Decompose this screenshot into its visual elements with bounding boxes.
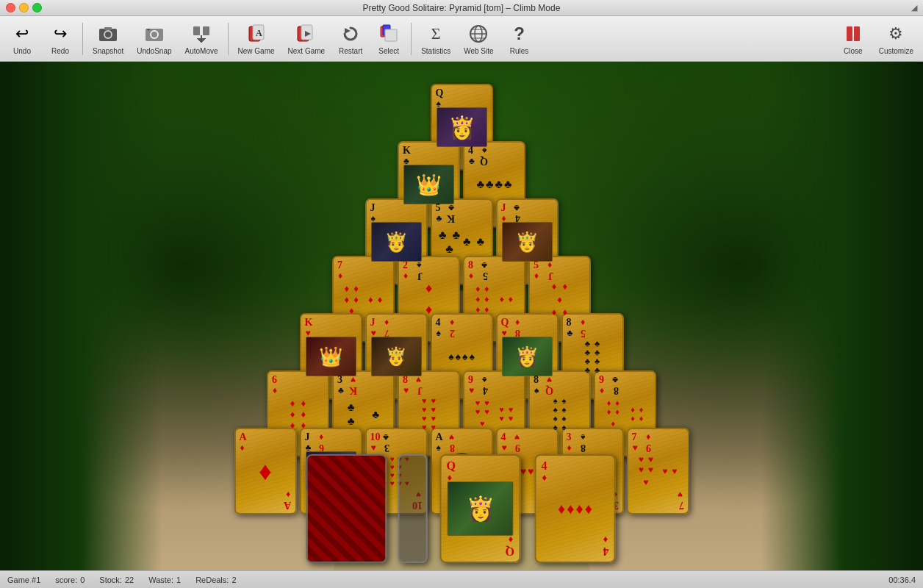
website-button[interactable]: Web Site <box>458 19 499 58</box>
redo-label: Redo <box>51 47 69 55</box>
nextgame-label: Next Game <box>288 47 326 55</box>
select-label: Select <box>378 47 399 55</box>
svg-rect-2 <box>104 27 112 30</box>
toolbar-separator-1 <box>82 23 83 55</box>
score-label: score: <box>55 576 77 584</box>
restart-label: Restart <box>339 47 362 55</box>
window-title: Pretty Good Solitaire: Pyramid [tom] – C… <box>363 3 561 13</box>
statistics-label: Statistics <box>421 47 450 55</box>
undo-icon: ↩ <box>10 22 34 46</box>
rules-button[interactable]: ? Rules <box>501 19 538 58</box>
website-icon <box>467 22 490 46</box>
close-icon <box>841 22 865 46</box>
newgame-icon: A <box>245 22 268 46</box>
minimize-window-button[interactable] <box>19 3 29 12</box>
snapshot-icon <box>96 22 120 46</box>
svg-rect-22 <box>847 26 852 41</box>
titlebar: Pretty Good Solitaire: Pyramid [tom] – C… <box>0 0 923 16</box>
automove-icon <box>190 22 213 46</box>
toolbar-separator-2 <box>228 23 229 55</box>
undosnap-icon <box>143 22 166 46</box>
stock-label: Stock: <box>99 576 122 584</box>
waste-value: 1 <box>176 576 181 584</box>
undosnap-button[interactable]: UndoSnap <box>131 19 177 58</box>
card-A-diamonds[interactable]: A♦ A♦ ♦ <box>234 428 297 514</box>
redeals-display: ReDeals: 2 <box>195 576 236 584</box>
rules-label: Rules <box>510 47 529 55</box>
svg-marker-13 <box>345 28 351 34</box>
newgame-label: New Game <box>238 47 275 55</box>
stock-display: Stock: 22 <box>99 576 134 584</box>
game-label: Game #1 <box>7 576 40 584</box>
stats-icon: Σ <box>424 22 448 46</box>
game-number: Game #1 <box>7 576 40 584</box>
statusbar: Game #1 score: 0 Stock: 22 Waste: 1 ReDe… <box>0 570 923 588</box>
game-area: Q♠ Q♠ 👸 K♣ K♣ 👑 4♣ 4♣ <box>0 62 923 570</box>
next-game-button[interactable]: Next Game <box>282 19 331 58</box>
snapshot-label: Snapshot <box>93 47 123 55</box>
left-trees <box>0 62 162 570</box>
undosnap-label: UndoSnap <box>137 47 171 55</box>
deck-area: Q ♦ Q ♦ 👸 4 ♦ 4 ♦ ♦♦ ♦♦ <box>306 454 617 563</box>
toolbar-separator-3 <box>411 23 412 55</box>
customize-icon: ⚙ <box>884 22 908 46</box>
website-label: Web Site <box>464 47 493 55</box>
snapshot-button[interactable]: Snapshot <box>87 19 129 58</box>
waste-empty-slot <box>398 454 428 563</box>
close-label: Close <box>844 47 863 55</box>
toolbar: ↩ Undo ↪ Redo Snapshot UndoSnap AutoMove… <box>0 16 923 62</box>
waste-card-4-diamonds[interactable]: 4 ♦ 4 ♦ ♦♦ ♦♦ <box>535 454 616 563</box>
timer-value: 00:36.4 <box>888 576 916 584</box>
new-game-button[interactable]: A New Game <box>232 19 281 58</box>
right-trees <box>761 62 923 570</box>
window-controls <box>6 3 42 12</box>
nextgame-icon <box>295 22 318 46</box>
customize-label: Customize <box>879 47 913 55</box>
redeals-value: 2 <box>231 576 236 584</box>
rules-icon: ? <box>508 22 531 46</box>
svg-rect-23 <box>854 26 860 41</box>
waste-display: Waste: 1 <box>148 576 181 584</box>
redo-button[interactable]: ↪ Redo <box>42 19 79 58</box>
stock-value: 22 <box>125 576 134 584</box>
waste-label: Waste: <box>148 576 173 584</box>
statistics-button[interactable]: Σ Statistics <box>415 19 456 58</box>
svg-rect-5 <box>193 26 200 35</box>
close-button[interactable]: Close <box>835 19 872 58</box>
automove-label: AutoMove <box>185 47 218 55</box>
close-window-button[interactable] <box>6 3 15 12</box>
undo-button[interactable]: ↩ Undo <box>4 19 40 58</box>
select-button[interactable]: Select <box>370 19 407 58</box>
undo-label: Undo <box>13 47 31 55</box>
restart-button[interactable]: Restart <box>332 19 369 58</box>
waste-card-Q-diamonds[interactable]: Q ♦ Q ♦ 👸 <box>440 454 521 563</box>
svg-rect-16 <box>385 29 397 41</box>
stock-pile[interactable] <box>306 454 387 563</box>
select-icon <box>377 22 401 46</box>
timer-display: 00:36.4 <box>888 576 916 584</box>
score-display: score: 0 <box>55 576 85 584</box>
svg-rect-6 <box>203 26 209 35</box>
redeals-label: ReDeals: <box>195 576 229 584</box>
score-value: 0 <box>80 576 85 584</box>
pyramid: Q♠ Q♠ 👸 K♣ K♣ 👑 4♣ 4♣ <box>168 84 755 514</box>
card-7-hearts[interactable]: 7♥ 7♥ ♥♥ ♥♥ ♥ ♥♥ <box>627 428 689 514</box>
restart-icon <box>339 22 362 46</box>
resize-handle[interactable]: ◢ <box>911 3 917 12</box>
svg-text:A: A <box>256 28 262 38</box>
customize-button[interactable]: ⚙ Customize <box>873 19 919 58</box>
maximize-window-button[interactable] <box>32 3 42 12</box>
redo-icon: ↪ <box>49 22 72 46</box>
automove-button[interactable]: AutoMove <box>179 19 224 58</box>
